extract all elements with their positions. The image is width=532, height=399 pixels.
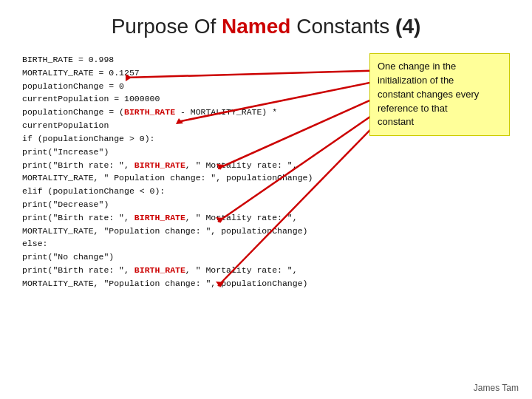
title-named: Named [222,15,290,38]
code-line: MORTALITY_RATE, " Population change: ", … [22,171,510,185]
callout-line1: One change in the [378,61,456,72]
callout-line2: initialization of the [378,75,454,86]
code-line: else: [22,237,510,250]
title-prefix: Purpose Of [112,15,222,38]
callout-line5: constant [378,116,414,127]
page-title: Purpose Of Named Constants (4) [22,15,510,38]
callout-line4: reference to that [378,103,448,114]
code-line: print("Increase") [22,146,510,159]
code-line: MORTALITY_RATE, "Population change: ", p… [22,277,510,290]
callout-box: One change in the initialization of the … [369,53,510,136]
code-line: print("Birth rate: ", BIRTH_RATE, " Mort… [22,211,510,225]
content-area: BIRTH_RATE = 0.998MORTALITY_RATE = 0.125… [22,53,510,290]
code-line: MORTALITY_RATE, "Population change: ", p… [22,225,510,238]
author-label: James Tam [474,383,519,393]
code-line: print("Decrease") [22,198,510,211]
code-highlight: BIRTH_RATE [134,160,185,170]
page-container: Purpose Of Named Constants (4) BIRTH_RAT… [0,0,532,399]
code-line: print("No change") [22,250,510,264]
code-highlight: BIRTH_RATE [134,265,185,275]
code-highlight: BIRTH_RATE [134,213,185,222]
code-line: elif (populationChange < 0): [22,185,510,198]
title-parens: (4) [395,15,420,38]
callout-line3: constant changes every [378,89,479,100]
code-highlight: BIRTH_RATE [124,107,175,117]
title-middle: Constants [290,15,395,38]
code-line: print("Birth rate: ", BIRTH_RATE, " Mort… [22,264,510,277]
code-line: print("Birth rate: ", BIRTH_RATE, " Mort… [22,159,510,172]
